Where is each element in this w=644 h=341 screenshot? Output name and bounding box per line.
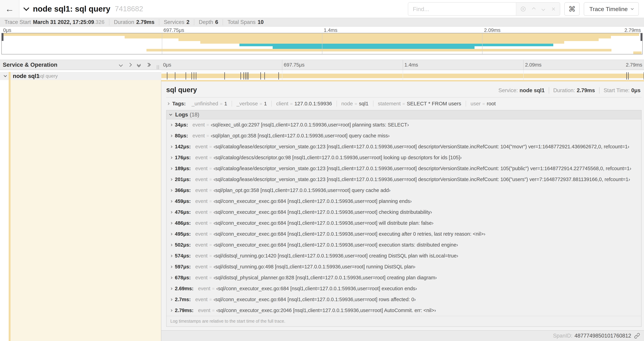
logs-accordion-header[interactable]: Logs (18) (166, 110, 641, 119)
log-marker[interactable] (175, 72, 175, 80)
detail-service: Service:node sql1 (494, 87, 549, 94)
log-row[interactable]: 597μs: event = ‹sql/distsql_running.go:4… (166, 261, 641, 272)
collapse-all-icon[interactable] (138, 63, 140, 67)
clear-find-icon[interactable]: × (552, 6, 555, 12)
log-row[interactable]: 2.79ms: event = ‹sql/conn_executor_exec.… (166, 305, 641, 316)
back-button[interactable]: ← (0, 0, 20, 18)
log-field-value: ‹sql/plan_opt.go:358 [nsql1,client=127.0… (214, 187, 390, 193)
tick-label: 2.09ms (525, 62, 542, 68)
log-row[interactable]: 176μs: event = ‹sql/catalog/descs/descri… (166, 152, 641, 163)
log-row[interactable]: 142μs: event = ‹sql/catalog/lease/descri… (166, 141, 641, 152)
top-bar: ← node sql1: sql query 7418682 × ⌘ Trace… (0, 0, 644, 18)
column-divider[interactable] (161, 80, 161, 341)
log-row[interactable]: 486μs: event = ‹sql/conn_executor_exec.g… (166, 218, 641, 229)
log-row[interactable]: 2.7ms: event = ‹sql/conn_executor_exec.g… (166, 294, 641, 305)
log-marker[interactable] (626, 72, 627, 80)
log-row[interactable]: 476μs: event = ‹sql/conn_executor_exec.g… (166, 207, 641, 218)
log-chevron-icon (170, 211, 172, 213)
keyboard-shortcuts-button[interactable]: ⌘ (564, 2, 580, 16)
log-timestamp: 2.69ms: (175, 286, 194, 291)
span-detail-left-column (0, 80, 161, 341)
log-chevron-icon (170, 222, 172, 224)
view-selector-button[interactable]: Trace Timeline (584, 2, 639, 16)
span-id-label: SpanID: (553, 333, 572, 339)
grid-line (322, 33, 322, 54)
trace-services: Services2 (159, 19, 194, 25)
log-marker[interactable] (186, 72, 186, 80)
tags-accordion[interactable]: Tags: _unfinished=1 _verbose=1 client=12… (166, 98, 642, 109)
log-marker[interactable] (244, 72, 244, 80)
detail-duration: Duration:2.79ms (549, 87, 599, 94)
grid-line (162, 33, 162, 54)
collapse-one-icon[interactable] (119, 63, 123, 67)
prev-match-icon[interactable] (532, 7, 536, 11)
find-input[interactable] (408, 3, 516, 16)
log-field-key: event (192, 122, 205, 128)
span-collapse-chevron-icon[interactable] (4, 74, 7, 77)
log-marker[interactable] (167, 72, 168, 80)
log-marker[interactable] (278, 72, 279, 80)
deep-link-icon[interactable] (634, 333, 640, 339)
next-match-icon[interactable] (542, 7, 545, 11)
logs-chevron-icon (169, 113, 172, 116)
log-timestamp: 34μs: (175, 122, 188, 128)
log-row[interactable]: 495μs: event = ‹sql/conn_executor_exec.g… (166, 229, 641, 239)
trace-duration: Duration2.79ms (109, 19, 159, 25)
span-detail-panel: sql query Service:node sql1 Duration:2.7… (161, 80, 644, 341)
service-color-accent-stripe (9, 80, 10, 341)
log-chevron-icon (170, 134, 172, 137)
tick-label: 2.79ms (626, 62, 642, 68)
log-row[interactable]: 34μs: event = ‹sql/exec_util.go:2297 [ns… (166, 119, 641, 130)
log-marker[interactable] (224, 72, 225, 80)
log-row[interactable]: 678μs: event = ‹sql/distsql_physical_pla… (166, 272, 641, 283)
log-field-value: ‹sql/conn_executor_exec.go:2046 [nsql1,c… (216, 307, 436, 313)
focus-match-icon[interactable] (521, 7, 526, 12)
span-detail-operation: sql query (166, 86, 197, 94)
minimap-span-bar (125, 36, 611, 39)
log-marker[interactable] (247, 72, 247, 80)
log-row[interactable]: 366μs: event = ‹sql/plan_opt.go:358 [nsq… (166, 185, 641, 196)
log-row[interactable]: 574μs: event = ‹sql/distsql_running.go:1… (166, 250, 641, 261)
log-chevron-icon (170, 265, 172, 268)
log-marker[interactable] (240, 72, 241, 80)
log-timestamp: 597μs: (175, 264, 191, 270)
log-marker[interactable] (628, 72, 628, 80)
log-row[interactable]: 201μs: event = ‹sql/catalog/lease/descri… (166, 174, 641, 185)
span-id-bar: SpanID: 4877749850101760812 (161, 330, 644, 341)
log-marker[interactable] (245, 72, 246, 80)
expand-all-icon[interactable] (146, 63, 150, 66)
log-chevron-icon (170, 145, 172, 148)
log-marker[interactable] (260, 72, 261, 80)
log-field-value: ‹sql/conn_executor_exec.go:684 [nsql1,cl… (216, 286, 417, 291)
log-timestamp: 459μs: (175, 198, 191, 204)
log-timestamp: 176μs: (175, 155, 191, 160)
log-row[interactable]: 2.69ms: event = ‹sql/conn_executor_exec.… (166, 283, 641, 294)
minimap-drag-handle-right[interactable] (640, 33, 642, 41)
collapse-trace-chevron-icon[interactable] (23, 5, 29, 11)
log-field-key: event (195, 253, 208, 259)
log-marker[interactable] (194, 72, 194, 80)
log-marker[interactable] (196, 72, 196, 80)
log-field-key: event (195, 144, 208, 150)
log-row[interactable]: 80μs: event = ‹sql/plan_opt.go:358 [nsql… (166, 130, 641, 141)
log-chevron-icon (170, 244, 172, 246)
trace-id: 7418682 (115, 5, 143, 13)
expand-one-icon[interactable] (128, 63, 132, 67)
log-row[interactable]: 189μs: event = ‹sql/catalog/lease/descri… (166, 163, 641, 174)
minimap-span-bar (240, 44, 553, 46)
logs-section: Logs (18) 34μs: event = ‹sql/exec_util.g… (166, 110, 642, 327)
log-marker[interactable] (248, 72, 248, 80)
span-detail-left-background (10, 80, 161, 341)
top-controls: × ⌘ Trace Timeline (408, 2, 639, 16)
log-field-value: ‹sql/distsql_physical_planner.go:828 [ns… (214, 275, 437, 280)
log-chevron-icon (170, 287, 172, 290)
log-chevron-icon (170, 254, 172, 257)
column-resize-grip[interactable] (157, 65, 159, 69)
minimap-drag-handle-left[interactable] (2, 33, 4, 41)
log-row[interactable]: 502μs: event = ‹sql/conn_executor_exec.g… (166, 239, 641, 250)
log-marker[interactable] (264, 72, 265, 80)
minimap-canvas[interactable] (2, 33, 642, 54)
log-row[interactable]: 459μs: event = ‹sql/conn_executor_exec.g… (166, 196, 641, 207)
span-row-label[interactable]: node sql1 sql query (0, 72, 161, 80)
log-marker[interactable] (192, 72, 192, 80)
